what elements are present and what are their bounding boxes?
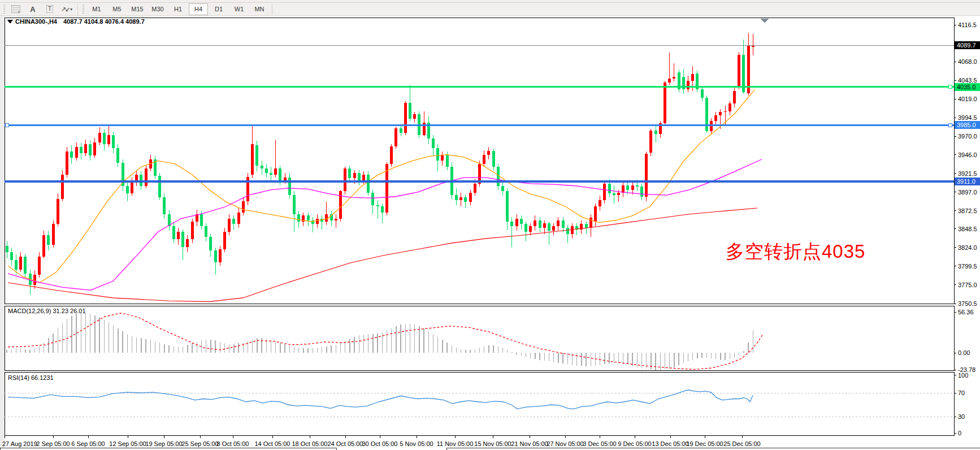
toolbar-drag-handle[interactable] bbox=[83, 5, 84, 14]
line-handle[interactable] bbox=[5, 123, 8, 127]
toolbar-separator bbox=[272, 3, 272, 15]
toolbar: F A T ↗↙ ▾ M1 M5 M15 M30 H1 H4 D1 W1 MN bbox=[0, 3, 980, 16]
rsi-indicator-label: RSI(14) 66.1231 bbox=[8, 374, 54, 381]
text-tool-button[interactable]: A bbox=[24, 3, 41, 15]
annotation-text[interactable]: 多空转折点4035 bbox=[726, 241, 865, 262]
arrow-objects-button[interactable]: ↗↙ ▾ bbox=[58, 3, 75, 15]
timeframe-button-m15[interactable]: M15 bbox=[128, 3, 147, 15]
label-tool-icon: T bbox=[46, 5, 53, 13]
timeframe-button-mn[interactable]: MN bbox=[250, 3, 269, 15]
chart-canvas[interactable]: 4035.03985.03911.04089.74116.54068.04043… bbox=[0, 16, 980, 450]
line-handle[interactable] bbox=[948, 85, 952, 89]
timeframe-button-w1[interactable]: W1 bbox=[229, 3, 249, 15]
time-axis[interactable] bbox=[5, 436, 954, 449]
timeframe-button-m5[interactable]: M5 bbox=[107, 3, 127, 15]
line-handle[interactable] bbox=[948, 123, 952, 127]
toolbar-drag-handle[interactable] bbox=[3, 5, 5, 14]
fibo-tool-button[interactable]: F bbox=[7, 3, 24, 15]
text-tool-icon: A bbox=[30, 5, 35, 14]
macd-pane[interactable] bbox=[5, 306, 954, 370]
macd-indicator-label: MACD(12,26,9) 31.23 26.01 bbox=[8, 308, 86, 314]
timeframe-button-d1[interactable]: D1 bbox=[209, 3, 228, 15]
chart-window[interactable]: 4035.03985.03911.04089.74116.54068.04043… bbox=[0, 16, 980, 450]
label-tool-button[interactable]: T bbox=[41, 3, 58, 15]
timeframe-button-h4[interactable]: H4 bbox=[189, 3, 208, 15]
toolbar-separator bbox=[77, 3, 78, 15]
timeframe-button-m30[interactable]: M30 bbox=[148, 3, 167, 15]
ohlc-readout: 4087.7 4104.8 4076.4 4089.7 bbox=[63, 18, 145, 25]
price-axis[interactable] bbox=[955, 18, 980, 435]
left-gutter bbox=[0, 16, 5, 450]
symbol-title: CHINA300-,H4 bbox=[15, 18, 58, 25]
timeframe-button-h1[interactable]: H1 bbox=[168, 3, 188, 15]
fibo-grid-icon: F bbox=[11, 5, 20, 13]
arrows-icon: ↗↙ bbox=[61, 6, 69, 13]
timeframe-button-m1[interactable]: M1 bbox=[87, 3, 106, 15]
rsi-pane[interactable] bbox=[5, 372, 954, 435]
mt4-window: F A T ↗↙ ▾ M1 M5 M15 M30 H1 H4 D1 W1 MN … bbox=[0, 0, 980, 450]
chevron-down-icon: ▾ bbox=[70, 7, 72, 12]
